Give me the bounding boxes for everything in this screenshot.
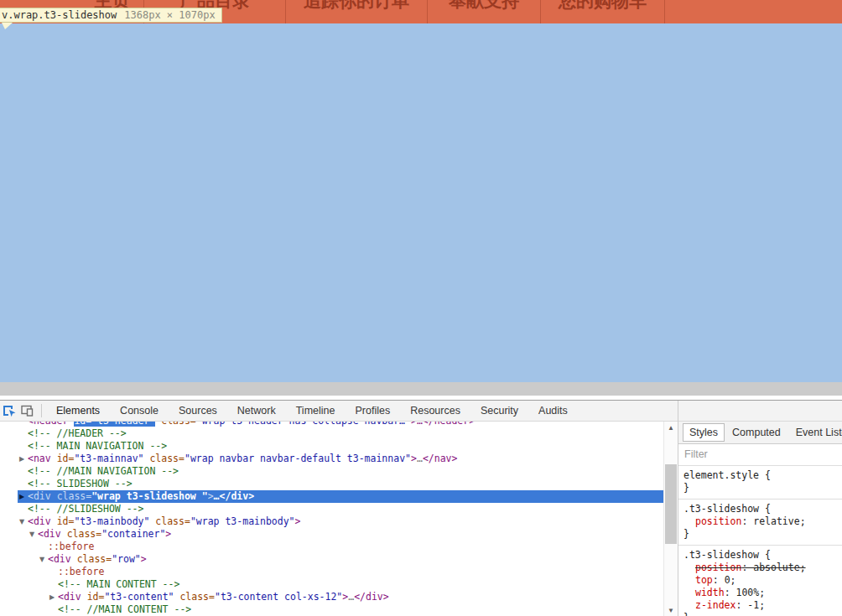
code-segment: "t3-mainbody"	[74, 515, 149, 527]
code-segment: …	[214, 490, 220, 502]
nav-item[interactable]: 您的购物车	[541, 0, 665, 23]
css-property: z-index	[695, 599, 735, 611]
code-segment: <div	[28, 515, 51, 527]
css-declaration[interactable]: position: relative;	[683, 515, 842, 528]
css-declaration[interactable]: z-index: -1;	[683, 599, 842, 612]
code-segment: class=	[71, 553, 112, 565]
code-segment: id="t3-header"	[74, 422, 155, 427]
expand-arrow-icon[interactable]: ▶	[19, 453, 28, 465]
nav-item[interactable]: 奉献支持	[428, 0, 541, 23]
tab-console[interactable]: Console	[110, 401, 169, 421]
styles-filter-input[interactable]: Filter	[678, 444, 842, 466]
scroll-down-arrow-icon[interactable]: ▼	[664, 605, 678, 616]
tree-row[interactable]: ::before	[0, 566, 663, 578]
nav-item-label: 您的购物车	[559, 0, 647, 23]
css-rule: .t3-slideshow {position: relative;}	[678, 500, 842, 546]
code-segment: "container"	[101, 528, 165, 540]
tree-row[interactable]: <!-- //SLIDESHOW -->	[0, 503, 663, 515]
nav-item[interactable]: 追踪你的订单	[286, 0, 428, 23]
tree-row[interactable]: ▼<div id="t3-mainbody" class="wrap t3-ma…	[0, 515, 663, 528]
tree-row[interactable]: ▼<div class="container">	[0, 528, 663, 541]
code-segment: <!-- //SLIDESHOW -->	[28, 503, 143, 515]
tab-timeline[interactable]: Timeline	[286, 401, 346, 421]
tab-network[interactable]: Network	[227, 401, 286, 421]
tab-profiles[interactable]: Profiles	[345, 401, 400, 421]
tree-row[interactable]: <!-- MAIN NAVIGATION -->	[0, 440, 663, 453]
tree-row[interactable]: ▶<div class="wrap t3-slideshow ">…</div>	[18, 490, 663, 503]
page-horizontal-scrollbar[interactable]	[0, 382, 842, 396]
code-segment: <nav	[28, 453, 51, 464]
scrollbar-thumb[interactable]	[665, 464, 677, 544]
tree-row[interactable]: <!-- //MAIN CONTENT -->	[0, 603, 663, 616]
code-segment: <div	[28, 490, 51, 502]
collapse-arrow-icon[interactable]: ▼	[39, 553, 48, 566]
sidebar-tab-event-listeners[interactable]: Event Listeners	[788, 423, 842, 442]
tab-audits[interactable]: Audits	[528, 401, 578, 421]
css-declaration[interactable]: width: 100%;	[683, 587, 842, 599]
code-segment: "wrap t3-header has-collapse navbar…"	[196, 422, 411, 427]
styles-rules: element.style {}.t3-slideshow {position:…	[678, 466, 842, 616]
code-segment: <!-- MAIN NAVIGATION -->	[28, 440, 167, 452]
tree-row[interactable]: <header id="t3-header" class="wrap t3-he…	[0, 422, 663, 427]
device-toolbar-icon[interactable]	[18, 402, 37, 419]
expand-arrow-icon[interactable]: ▶	[19, 490, 28, 503]
css-rule: element.style {}	[678, 466, 842, 500]
dom-tree: <header id="t3-header" class="wrap t3-he…	[0, 422, 663, 616]
code-segment: "wrap navbar navbar-default t3-mainnav"	[185, 453, 411, 464]
code-segment: <header	[28, 422, 74, 427]
tooltip-selector: v.wrap.t3-slideshow	[2, 9, 117, 21]
tab-resources[interactable]: Resources	[400, 401, 470, 421]
css-selector[interactable]: .t3-slideshow {	[683, 549, 842, 562]
sidebar-tab-computed[interactable]: Computed	[725, 423, 788, 442]
code-segment: <!-- SLIDESHOW -->	[28, 478, 133, 489]
css-value: : relative;	[741, 515, 805, 527]
code-segment: class=	[61, 528, 101, 540]
code-segment: class=	[51, 490, 91, 502]
css-rule-close: }	[683, 482, 842, 494]
tree-row[interactable]: <!-- //MAIN NAVIGATION -->	[0, 465, 663, 478]
code-segment: class=	[155, 422, 195, 427]
sidebar-tab-styles[interactable]: Styles	[683, 423, 725, 442]
code-segment: >	[208, 490, 214, 502]
code-segment: "t3-content col-xs-12"	[215, 591, 342, 603]
tab-security[interactable]: Security	[470, 401, 528, 421]
css-property: position	[695, 515, 741, 527]
code-segment: "t3-content"	[104, 591, 174, 603]
tree-row[interactable]: ▶<nav id="t3-mainnav" class="wrap navbar…	[0, 453, 663, 465]
code-segment: ::before	[48, 541, 94, 552]
code-segment: "wrap t3-slideshow "	[91, 490, 207, 502]
nav-item-label: 追踪你的订单	[304, 0, 409, 23]
devtools-tabs: ElementsConsoleSourcesNetworkTimelinePro…	[46, 401, 578, 421]
tree-row[interactable]: ::before	[0, 541, 663, 553]
css-selector[interactable]: element.style {	[683, 469, 842, 482]
css-selector[interactable]: .t3-slideshow {	[683, 503, 842, 515]
code-segment: <!-- //MAIN CONTENT -->	[58, 603, 191, 615]
css-value: : -1;	[735, 599, 765, 611]
css-property: width	[695, 587, 725, 598]
tree-row[interactable]: <!-- MAIN CONTENT -->	[0, 578, 663, 591]
expand-arrow-icon[interactable]: ▶	[49, 591, 58, 603]
tree-row[interactable]: <!-- SLIDESHOW -->	[0, 478, 663, 490]
code-segment: <!-- //HEADER -->	[28, 427, 127, 439]
css-declaration[interactable]: position: absolute;	[683, 562, 842, 574]
code-segment: <div	[38, 528, 61, 540]
devtools-body: <header id="t3-header" class="wrap t3-he…	[0, 422, 842, 616]
code-segment: >	[411, 453, 417, 464]
sidebar-tabs: StylesComputedEvent Listeners	[678, 422, 842, 444]
tree-scrollbar[interactable]: ▲ ▼	[663, 422, 678, 616]
scroll-up-arrow-icon[interactable]: ▲	[664, 422, 678, 433]
collapse-arrow-icon[interactable]: ▼	[19, 515, 28, 528]
code-segment: class=	[149, 515, 190, 527]
css-declaration[interactable]: top: 0;	[683, 574, 842, 587]
css-rule-close: }	[683, 612, 842, 616]
tab-elements[interactable]: Elements	[46, 401, 110, 421]
devtools-toolbar: ElementsConsoleSourcesNetworkTimelinePro…	[0, 401, 842, 422]
tab-sources[interactable]: Sources	[169, 401, 227, 421]
inspect-icon[interactable]	[0, 402, 18, 419]
tree-row[interactable]: ▼<div class="row">	[0, 553, 663, 566]
tree-row[interactable]: ▶<div id="t3-content" class="t3-content …	[0, 591, 663, 603]
code-segment: </nav>	[423, 453, 458, 464]
css-value: : 100%;	[725, 587, 765, 598]
collapse-arrow-icon[interactable]: ▼	[29, 528, 38, 541]
tree-row[interactable]: <!-- //HEADER -->	[0, 427, 663, 440]
